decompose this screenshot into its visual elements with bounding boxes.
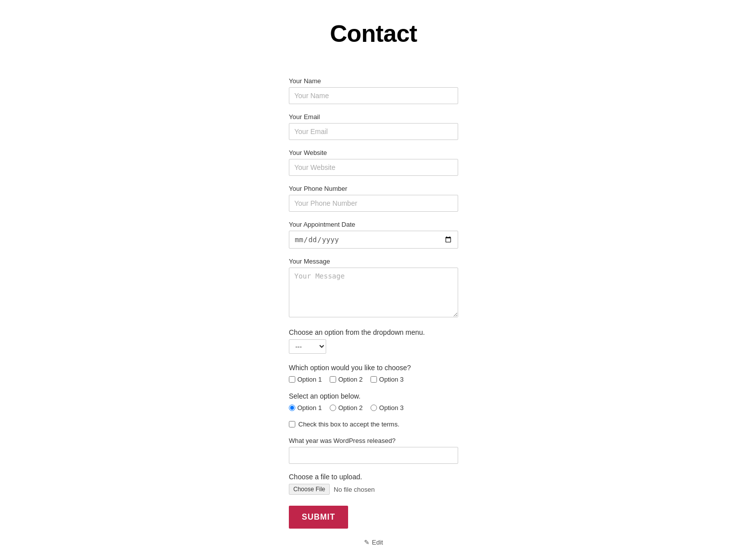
website-group: Your Website (289, 149, 458, 176)
radio-3-input[interactable] (371, 405, 377, 411)
dropdown-select[interactable]: --- Option 1 Option 2 Option 3 (289, 339, 326, 354)
submit-button[interactable]: SUBMIT (289, 506, 348, 529)
terms-label: Check this box to accept the terms. (298, 420, 399, 428)
terms-section[interactable]: Check this box to accept the terms. (289, 420, 458, 428)
phone-group: Your Phone Number (289, 185, 458, 212)
checkbox-option-3[interactable]: Option 3 (371, 376, 403, 383)
phone-input[interactable] (289, 195, 458, 212)
checkbox-3-input[interactable] (371, 376, 377, 383)
radio-2-label: Option 2 (338, 404, 363, 412)
message-label: Your Message (289, 258, 458, 265)
checkbox-1-label: Option 1 (297, 376, 322, 383)
wordpress-year-label: What year was WordPress released? (289, 437, 458, 444)
name-group: Your Name (289, 77, 458, 104)
no-file-text: No file chosen (334, 486, 374, 493)
appointment-date-input[interactable] (289, 231, 458, 249)
radio-section: Select an option below. Option 1 Option … (289, 392, 458, 412)
appointment-date-group: Your Appointment Date (289, 221, 458, 249)
radio-3-label: Option 3 (379, 404, 403, 412)
edit-icon: ✎ (364, 539, 370, 546)
edit-link[interactable]: ✎ Edit (364, 539, 383, 546)
dropdown-label: Choose an option from the dropdown menu. (289, 328, 458, 336)
radio-1-input[interactable] (289, 405, 295, 411)
page-title: Contact (330, 20, 417, 47)
contact-form: Your Name Your Email Your Website Your P… (289, 77, 458, 539)
radio-label: Select an option below. (289, 392, 458, 400)
checkbox-1-input[interactable] (289, 376, 295, 383)
email-input[interactable] (289, 123, 458, 140)
radio-1-label: Option 1 (297, 404, 322, 412)
terms-checkbox[interactable] (289, 421, 295, 427)
checkbox-option-2[interactable]: Option 2 (330, 376, 363, 383)
checkbox-2-label: Option 2 (338, 376, 363, 383)
radio-option-3[interactable]: Option 3 (371, 404, 403, 412)
radio-2-input[interactable] (330, 405, 336, 411)
checkboxes-label: Which option would you like to choose? (289, 364, 458, 372)
page-wrapper: Contact Your Name Your Email Your Websit… (0, 0, 747, 560)
checkboxes-row: Option 1 Option 2 Option 3 (289, 376, 458, 383)
checkbox-option-1[interactable]: Option 1 (289, 376, 322, 383)
checkbox-3-label: Option 3 (379, 376, 403, 383)
phone-label: Your Phone Number (289, 185, 458, 192)
appointment-date-label: Your Appointment Date (289, 221, 458, 228)
email-group: Your Email (289, 113, 458, 140)
edit-link-label: Edit (372, 539, 383, 546)
file-upload-label: Choose a file to upload. (289, 473, 458, 481)
message-textarea[interactable] (289, 268, 458, 317)
radio-row: Option 1 Option 2 Option 3 (289, 404, 458, 412)
wordpress-year-input[interactable] (289, 447, 458, 464)
file-upload-row: Choose File No file chosen (289, 484, 458, 495)
wordpress-year-group: What year was WordPress released? (289, 437, 458, 464)
checkboxes-section: Which option would you like to choose? O… (289, 364, 458, 383)
website-label: Your Website (289, 149, 458, 156)
radio-option-2[interactable]: Option 2 (330, 404, 363, 412)
dropdown-section: Choose an option from the dropdown menu.… (289, 328, 458, 354)
checkbox-2-input[interactable] (330, 376, 336, 383)
file-upload-section: Choose a file to upload. Choose File No … (289, 473, 458, 495)
radio-option-1[interactable]: Option 1 (289, 404, 322, 412)
website-input[interactable] (289, 159, 458, 176)
name-label: Your Name (289, 77, 458, 85)
message-group: Your Message (289, 258, 458, 319)
choose-file-button[interactable]: Choose File (289, 484, 330, 495)
email-label: Your Email (289, 113, 458, 121)
name-input[interactable] (289, 87, 458, 104)
